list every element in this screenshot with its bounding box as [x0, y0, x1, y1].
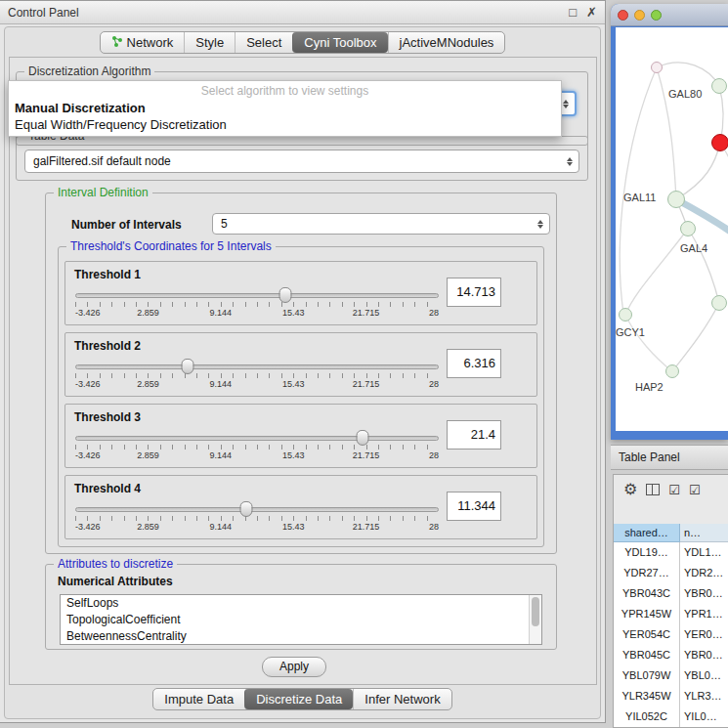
combobox-arrows-icon[interactable]	[563, 154, 578, 169]
network-node[interactable]	[667, 191, 685, 208]
network-view-window[interactable]: GAL80GAL11GAL4GCY1HAP2	[611, 4, 728, 440]
table-cell[interactable]: YBR0…	[680, 583, 728, 604]
table-row[interactable]: YBR045C YBR0…	[614, 645, 728, 665]
network-edge[interactable]	[672, 303, 719, 371]
table-cell[interactable]: YPR145W	[614, 604, 680, 624]
list-scrollbar[interactable]	[529, 595, 541, 644]
table-row[interactable]: YBL079W YBL0…	[614, 665, 728, 686]
slider-track[interactable]	[75, 364, 439, 369]
interval-definition-group: Interval Definition Number of Intervals …	[45, 193, 557, 554]
close-icon[interactable]: ✗	[586, 6, 597, 20]
tab-style[interactable]: Style	[184, 32, 235, 53]
combobox-arrows-icon[interactable]	[534, 217, 549, 232]
table-cell[interactable]: YLR345W	[614, 686, 680, 707]
network-edge[interactable]	[676, 143, 720, 199]
network-canvas[interactable]: GAL80GAL11GAL4GCY1HAP2	[616, 27, 728, 431]
threshold-value-field[interactable]: 21.4	[447, 420, 501, 450]
table-cell[interactable]: YDL19…	[614, 542, 680, 563]
network-node[interactable]	[711, 78, 727, 94]
scale-tick-label: -3.426	[75, 522, 101, 532]
gear-icon[interactable]: ⚙	[623, 482, 637, 497]
tab-select[interactable]: Select	[235, 32, 292, 53]
minimize-traffic-light-icon[interactable]	[634, 10, 645, 21]
slider-track[interactable]	[75, 293, 439, 298]
table-row[interactable]: YIL052C YIL0…	[614, 707, 728, 727]
column-header-shared-name[interactable]: shared…	[614, 524, 680, 542]
network-edge[interactable]	[720, 143, 728, 225]
slider-thumb[interactable]	[356, 430, 368, 446]
network-node[interactable]	[680, 221, 696, 236]
apply-button[interactable]: Apply	[262, 657, 326, 677]
slider-thumb[interactable]	[239, 501, 252, 517]
table-cell[interactable]: YBL0…	[680, 665, 728, 686]
table-row[interactable]: YER054C YER0…	[614, 624, 728, 645]
table-cell[interactable]: YDR2…	[680, 563, 728, 583]
network-edge[interactable]	[688, 229, 719, 303]
threshold-slider[interactable]: -3.426 2.859 9.144 15.43 21.715 28	[75, 287, 439, 322]
scrollbar-thumb[interactable]	[532, 597, 539, 626]
list-item[interactable]: TopologicalCoefficient	[61, 612, 541, 628]
zoom-traffic-light-icon[interactable]	[651, 10, 662, 21]
table-row[interactable]: YDL19… YDL1…	[614, 542, 728, 563]
column-header-name[interactable]: n…	[680, 524, 728, 542]
threshold-slider[interactable]: -3.426 2.859 9.144 15.43 21.715 28	[75, 359, 439, 394]
list-item[interactable]: SelfLoops	[61, 595, 541, 612]
network-node[interactable]	[711, 134, 728, 151]
tab-discretize-data[interactable]: Discretize Data	[244, 689, 353, 709]
close-traffic-light-icon[interactable]	[618, 10, 628, 21]
table-row[interactable]: YPR145W YPR1…	[614, 604, 728, 624]
tab-impute-data[interactable]: Impute Data	[153, 689, 244, 709]
table-cell[interactable]: YIL052C	[614, 707, 680, 727]
network-node[interactable]	[711, 295, 727, 311]
table-cell[interactable]: YDL1…	[680, 542, 728, 563]
slider-thumb[interactable]	[182, 359, 194, 374]
network-node[interactable]	[665, 364, 679, 378]
table-panel-header[interactable]: Table Panel	[611, 445, 728, 470]
checkbox-icon[interactable]: ☑	[689, 484, 701, 496]
threshold-value-field[interactable]: 14.713	[447, 278, 501, 307]
number-of-intervals-combobox[interactable]: 5	[212, 213, 550, 235]
table-cell[interactable]: YBR0…	[680, 645, 728, 665]
tab-cyni-toolbox[interactable]: Cyni Toolbox	[292, 32, 387, 53]
table-row[interactable]: YBR043C YBR0…	[614, 583, 728, 604]
slider-ticks	[75, 516, 439, 521]
dropdown-option-equal-width-frequency[interactable]: Equal Width/Frequency Discretization	[9, 116, 561, 133]
network-edge[interactable]	[625, 229, 688, 315]
threshold-slider[interactable]: -3.426 2.859 9.144 15.43 21.715 28	[75, 430, 439, 465]
table-data-combobox[interactable]: galFiltered.sif default node	[24, 150, 579, 173]
table-cell[interactable]: YER054C	[614, 624, 680, 645]
tab-infer-network[interactable]: Infer Network	[353, 689, 450, 709]
list-item[interactable]: BetweennessCentrality	[61, 628, 541, 645]
threshold-slider[interactable]: -3.426 2.859 9.144 15.43 21.715 28	[75, 501, 439, 536]
slider-track[interactable]	[75, 436, 439, 441]
table-cell[interactable]: YLR3…	[680, 686, 728, 707]
table-cell[interactable]: YDR27…	[614, 563, 680, 583]
tab-network[interactable]: Network	[101, 32, 185, 53]
network-node[interactable]	[651, 62, 663, 73]
slider-track[interactable]	[75, 507, 439, 512]
network-node[interactable]	[619, 308, 632, 321]
slider-thumb[interactable]	[278, 287, 291, 303]
checkbox-icon[interactable]: ☑	[668, 484, 680, 496]
scale-tick-label: 28	[429, 308, 439, 318]
threshold-value-field[interactable]: 6.316	[447, 349, 501, 378]
table-cell[interactable]: YIL0…	[680, 707, 728, 727]
minimize-icon[interactable]: □	[569, 6, 577, 20]
network-edge[interactable]	[620, 67, 657, 314]
network-edge[interactable]	[657, 63, 719, 86]
network-window-titlebar[interactable]	[611, 4, 728, 26]
table-cell[interactable]: YBR045C	[614, 645, 680, 665]
control-panel-titlebar[interactable]: Control Panel □ ✗	[0, 1, 605, 24]
table-cell[interactable]: YPR1…	[680, 604, 728, 624]
columns-icon[interactable]	[646, 484, 660, 495]
table-row[interactable]: YLR345W YLR3…	[614, 686, 728, 707]
table-row[interactable]: YDR27… YDR2…	[614, 563, 728, 583]
network-edge[interactable]	[625, 315, 672, 371]
tab-jactivemnodules[interactable]: jActiveMNodules	[388, 32, 505, 53]
numerical-attributes-list[interactable]: SelfLoops TopologicalCoefficient Between…	[60, 594, 542, 645]
table-cell[interactable]: YER0…	[680, 624, 728, 645]
dropdown-option-manual-discretization[interactable]: Manual Discretization	[9, 100, 561, 116]
table-cell[interactable]: YBR043C	[614, 583, 680, 604]
threshold-value-field[interactable]: 11.344	[447, 492, 501, 521]
table-cell[interactable]: YBL079W	[614, 665, 680, 686]
